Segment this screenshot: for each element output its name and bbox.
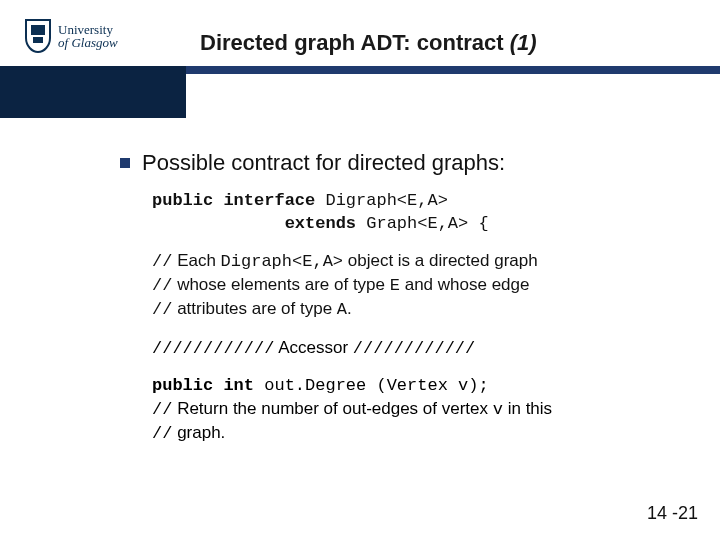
method-comment-1: // Return the number of out-edges of ver… xyxy=(152,398,680,422)
slide-title: Directed graph ADT: contract (1) xyxy=(200,30,537,56)
method-declaration: public int out.Degree (Vertex v); // Ret… xyxy=(152,374,680,446)
title-suffix: (1) xyxy=(510,30,537,55)
slide-number: 14 -21 xyxy=(647,503,698,524)
crest-icon xyxy=(24,18,52,54)
title-main: Directed graph ADT: contract xyxy=(200,30,510,55)
section-divider-accessor: //////////// Accessor //////////// xyxy=(152,338,680,358)
comment-line-2: // whose elements are of type E and whos… xyxy=(152,274,680,298)
slide-body: Possible contract for directed graphs: p… xyxy=(120,150,680,446)
bullet-text: Possible contract for directed graphs: xyxy=(142,150,505,176)
svg-rect-0 xyxy=(31,25,45,35)
method-comment-2: // graph. xyxy=(152,422,680,446)
comment-line-3: // attributes are of type A. xyxy=(152,298,680,322)
slide-header: University of Glasgow Directed graph ADT… xyxy=(0,0,720,72)
bullet-item: Possible contract for directed graphs: xyxy=(120,150,680,176)
svg-rect-1 xyxy=(33,37,43,43)
method-signature: public int out.Degree (Vertex v); xyxy=(152,374,680,398)
header-accent-box xyxy=(0,74,186,118)
bullet-icon xyxy=(120,158,130,168)
comment-line-1: // Each Digraph<E,A> object is a directe… xyxy=(152,250,680,274)
logo-line2: of Glasgow xyxy=(58,36,118,49)
interface-declaration: public interface Digraph<E,A> extends Gr… xyxy=(152,190,680,236)
university-logo: University of Glasgow xyxy=(24,18,118,54)
class-comment: // Each Digraph<E,A> object is a directe… xyxy=(152,250,680,322)
header-rule xyxy=(0,66,720,74)
logo-text: University of Glasgow xyxy=(58,23,118,49)
